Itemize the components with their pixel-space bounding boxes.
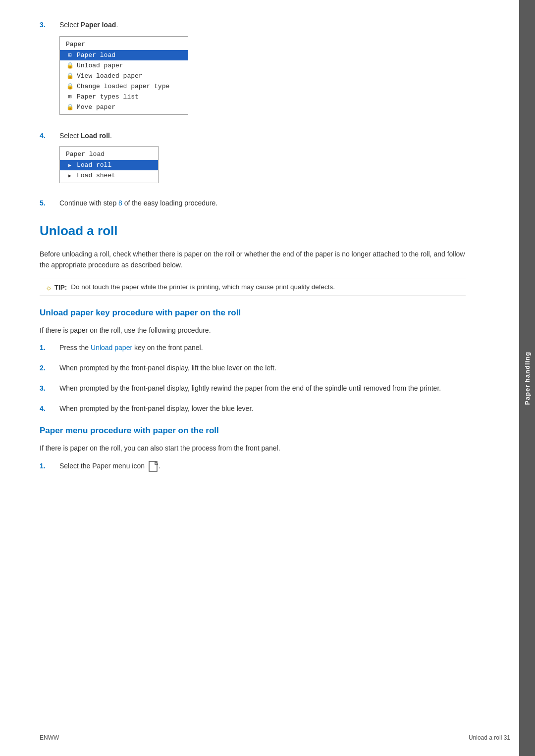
step-5-link[interactable]: 8 [118, 199, 122, 207]
unload-step-3-content: When prompted by the front-panel display… [59, 383, 466, 394]
unload-a-roll-intro: Before unloading a roll, check whether t… [40, 249, 466, 271]
step-4-content: Select Load roll. Paper load Load roll L… [59, 131, 466, 188]
menu-title-paper: Paper [60, 39, 188, 50]
step-3-content: Select Paper load. Paper Paper load 🔒 Un… [59, 20, 466, 121]
unload-paper-key-intro: If there is paper on the roll, use the f… [40, 325, 466, 336]
unload-step-1-text: Press the Unload paper key on the front … [59, 343, 466, 353]
tip-text: Do not touch the paper while the printer… [71, 283, 335, 291]
load-roll-menu: Paper load Load roll Load sheet [59, 146, 159, 183]
unload-step-4-content: When prompted by the front-panel display… [59, 403, 466, 414]
menu-title-paper-load: Paper load [60, 149, 158, 160]
unload-step-4-number: 4. [40, 403, 59, 412]
unload-step-1-content: Press the Unload paper key on the front … [59, 343, 466, 353]
step-5-continue: 5. Continue with step 8 of the easy load… [40, 198, 466, 208]
unload-step-3: 3. When prompted by the front-panel disp… [40, 383, 466, 394]
unload-step-2-content: When prompted by the front-panel display… [59, 363, 466, 373]
step-5-text: Continue with step 8 of the easy loading… [59, 198, 466, 208]
paper-menu-step-1-number: 1. [40, 461, 59, 470]
unload-step-4-text: When prompted by the front-panel display… [59, 403, 466, 414]
unload-step-3-number: 3. [40, 383, 59, 392]
menu-item-load-roll[interactable]: Load roll [60, 160, 158, 170]
tip-label: ☼ TIP: [46, 283, 67, 292]
step-4-select-load-roll: 4. Select Load roll. Paper load Load rol… [40, 131, 466, 188]
menu-item-change-type[interactable]: 🔒 Change loaded paper type [60, 81, 188, 92]
lock-icon-3: 🔒 [66, 83, 74, 90]
unload-a-roll-heading: Unload a roll [40, 223, 466, 239]
step-3-number: 3. [40, 20, 59, 29]
plus-icon-2 [66, 93, 74, 101]
unload-step-2: 2. When prompted by the front-panel disp… [40, 363, 466, 373]
menu-item-paper-load[interactable]: Paper load [60, 50, 188, 60]
paper-menu-intro: If there is paper on the roll, you can a… [40, 443, 466, 454]
footer: ENWW Unload a roll 31 [40, 734, 510, 741]
step-4-text: Select Load roll. [59, 131, 466, 141]
unload-paper-key-heading: Unload paper key procedure with paper on… [40, 308, 466, 318]
menu-item-load-sheet[interactable]: Load sheet [60, 170, 158, 181]
step-3-select-paper-load: 3. Select Paper load. Paper Paper load 🔒… [40, 20, 466, 121]
paper-icon [149, 461, 159, 472]
arrow-icon-2 [66, 172, 74, 179]
unload-paper-link[interactable]: Unload paper [91, 344, 132, 352]
menu-item-move-paper[interactable]: 🔒 Move paper [60, 102, 188, 112]
paper-menu-heading: Paper menu procedure with paper on the r… [40, 426, 466, 436]
footer-right: Unload a roll 31 [469, 734, 510, 741]
paper-menu-step-1: 1. Select the Paper menu icon . [40, 461, 466, 472]
step-5-number: 5. [40, 198, 59, 207]
step-4-number: 4. [40, 131, 59, 140]
step-3-text: Select Paper load. [59, 20, 466, 30]
arrow-icon-1 [66, 162, 74, 169]
paper-menu-step-1-content: Select the Paper menu icon . [59, 461, 466, 472]
unload-step-1-number: 1. [40, 343, 59, 352]
lock-icon-1: 🔒 [66, 62, 74, 69]
lock-icon-2: 🔒 [66, 72, 74, 80]
unload-step-2-number: 2. [40, 363, 59, 372]
footer-left: ENWW [40, 734, 59, 741]
svg-rect-0 [149, 461, 157, 471]
step-5-content: Continue with step 8 of the easy loading… [59, 198, 466, 208]
side-tab: Paper handling [519, 0, 535, 756]
paper-load-menu: Paper Paper load 🔒 Unload paper 🔒 View l… [59, 36, 188, 115]
menu-item-paper-types-list[interactable]: Paper types list [60, 92, 188, 102]
unload-step-3-text: When prompted by the front-panel display… [59, 383, 466, 394]
unload-step-4: 4. When prompted by the front-panel disp… [40, 403, 466, 414]
tip-box: ☼ TIP: Do not touch the paper while the … [40, 279, 466, 296]
paper-menu-step-1-text: Select the Paper menu icon . [59, 461, 466, 472]
sun-icon: ☼ [46, 283, 53, 292]
unload-step-2-text: When prompted by the front-panel display… [59, 363, 466, 373]
menu-item-unload-paper[interactable]: 🔒 Unload paper [60, 60, 188, 71]
lock-icon-4: 🔒 [66, 103, 74, 111]
plus-icon [66, 51, 74, 59]
side-tab-label: Paper handling [524, 352, 531, 405]
unload-step-1: 1. Press the Unload paper key on the fro… [40, 343, 466, 353]
menu-item-view-loaded[interactable]: 🔒 View loaded paper [60, 71, 188, 81]
